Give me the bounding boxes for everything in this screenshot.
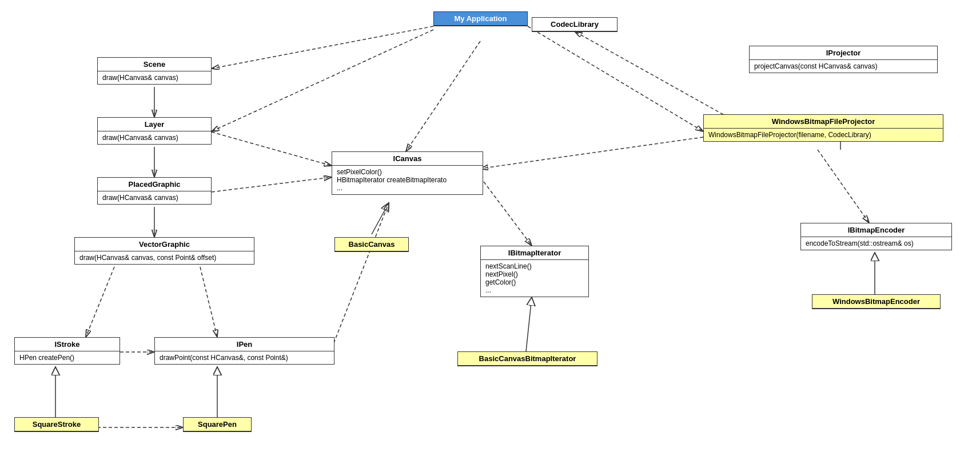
box-codeclib-title: CodecLibrary xyxy=(532,18,617,31)
box-vectorgraphic-body: draw(HCanvas& canvas, const Point& offse… xyxy=(75,251,254,264)
svg-line-20 xyxy=(575,31,743,126)
box-squarestroke: SquareStroke xyxy=(14,417,99,432)
svg-line-12 xyxy=(86,267,114,337)
box-iproj: IProjector projectCanvas(const HCanvas& … xyxy=(749,46,938,73)
box-icanvas: ICanvas setPixelColor()HBitmapIterator c… xyxy=(332,151,483,195)
box-ibitmapiterator-title: IBitmapIterator xyxy=(481,246,588,260)
box-ibitmapiterator: IBitmapIterator nextScanLine()nextPixel(… xyxy=(480,246,589,297)
svg-line-0 xyxy=(212,26,433,69)
box-layer-body: draw(HCanvas& canvas) xyxy=(98,131,211,144)
box-basiccanvasbitmapiterator-title: BasicCanvasBitmapIterator xyxy=(458,352,597,366)
uml-diagram: My Application Scene draw(HCanvas& canva… xyxy=(0,0,980,472)
box-placedgraphic: PlacedGraphic draw(HCanvas& canvas) xyxy=(97,177,212,205)
svg-line-7 xyxy=(212,132,332,166)
box-winbitmapencoder: WindowsBitmapEncoder xyxy=(812,294,941,309)
svg-line-13 xyxy=(200,267,217,337)
box-ibitmapiterator-body: nextScanLine()nextPixel()getColor()... xyxy=(481,260,588,297)
box-istroke: IStroke HPen createPen() xyxy=(14,337,120,365)
box-ipen-title: IPen xyxy=(155,338,334,351)
box-scene-body: draw(HCanvas& canvas) xyxy=(98,71,211,84)
box-codeclib: CodecLibrary xyxy=(532,17,618,32)
svg-line-1 xyxy=(212,30,433,131)
box-layer-title: Layer xyxy=(98,118,211,131)
svg-line-9 xyxy=(372,203,389,234)
box-vectorgraphic: VectorGraphic draw(HCanvas& canvas, cons… xyxy=(74,237,254,265)
svg-line-21 xyxy=(480,137,703,169)
box-icanvas-body: setPixelColor()HBitmapIterator createBit… xyxy=(332,166,483,194)
box-winbitmapencoder-title: WindowsBitmapEncoder xyxy=(812,295,940,309)
svg-line-11 xyxy=(526,297,532,351)
svg-line-3 xyxy=(528,26,703,131)
box-iproj-body: projectCanvas(const HCanvas& canvas) xyxy=(750,60,937,73)
box-vectorgraphic-title: VectorGraphic xyxy=(75,238,254,251)
box-winbfp: WindowsBitmapFileProjector WindowsBitmap… xyxy=(703,114,943,142)
box-basiccanvasbitmapiterator: BasicCanvasBitmapIterator xyxy=(457,351,597,366)
box-myapp: My Application xyxy=(433,11,528,26)
box-layer: Layer draw(HCanvas& canvas) xyxy=(97,117,212,145)
svg-line-10 xyxy=(480,177,532,246)
box-placedgraphic-body: draw(HCanvas& canvas) xyxy=(98,191,211,204)
box-icanvas-title: ICanvas xyxy=(332,152,483,166)
svg-line-22 xyxy=(818,150,869,223)
box-winbfp-body: WindowsBitmapFileProjector(filename, Cod… xyxy=(704,129,943,141)
box-placedgraphic-title: PlacedGraphic xyxy=(98,178,211,191)
svg-line-2 xyxy=(406,41,480,151)
box-squarestroke-title: SquareStroke xyxy=(15,418,98,431)
box-myapp-title: My Application xyxy=(434,12,527,26)
box-iproj-title: IProjector xyxy=(750,46,937,60)
box-scene-title: Scene xyxy=(98,58,211,71)
box-squarepen-title: SquarePen xyxy=(184,418,251,431)
svg-line-18 xyxy=(332,203,389,349)
box-ibitmapencoder-body: encodeToStream(std::ostream& os) xyxy=(801,237,951,250)
box-ibitmapencoder: IBitmapEncoder encodeToStream(std::ostre… xyxy=(800,223,952,250)
box-ibitmapencoder-title: IBitmapEncoder xyxy=(801,223,951,237)
box-ipen: IPen drawPoint(const HCanvas&, const Poi… xyxy=(154,337,334,365)
box-basiccanvas: BasicCanvas xyxy=(334,237,409,252)
box-scene: Scene draw(HCanvas& canvas) xyxy=(97,57,212,85)
box-basiccanvas-title: BasicCanvas xyxy=(335,238,408,251)
box-istroke-title: IStroke xyxy=(15,338,119,351)
box-winbfp-title: WindowsBitmapFileProjector xyxy=(704,115,943,129)
box-ipen-body: drawPoint(const HCanvas&, const Point&) xyxy=(155,351,334,364)
box-istroke-body: HPen createPen() xyxy=(15,351,119,364)
svg-line-8 xyxy=(212,177,332,192)
box-squarepen: SquarePen xyxy=(183,417,252,432)
